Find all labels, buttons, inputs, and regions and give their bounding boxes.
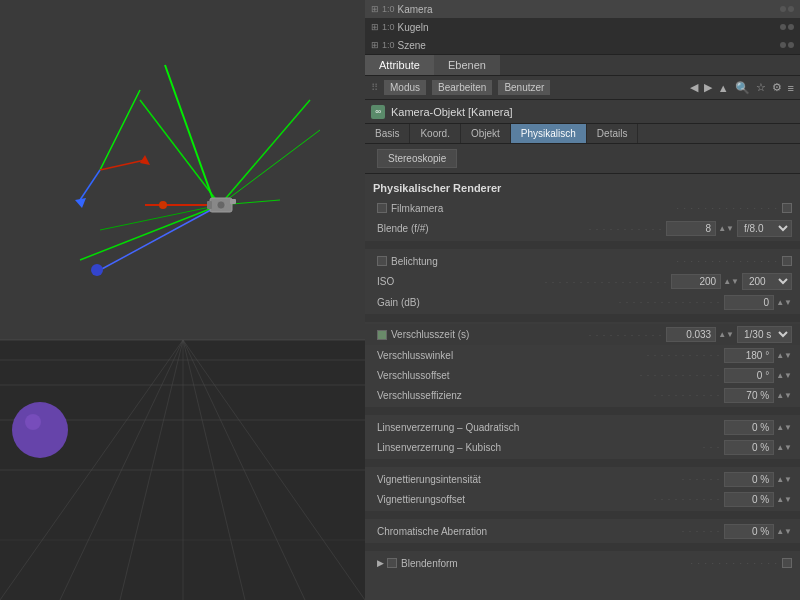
prop-tab-physikalisch[interactable]: Physikalisch	[511, 124, 587, 143]
iso-dots: · · · · · · · · · · · · · · · · · ·	[545, 277, 668, 287]
vign-int-input[interactable]	[724, 472, 774, 487]
prop-row-belichtung[interactable]: Belichtung · · · · · · · · · · · · · · ·	[365, 251, 800, 271]
prop-row-linsen-kub[interactable]: Linsenverzerrung – Kubisch · · · ▲▼	[365, 437, 800, 457]
prop-tab-koord[interactable]: Koord.	[410, 124, 460, 143]
arrow-right-icon[interactable]: ▶	[704, 81, 712, 94]
prop-row-verschlusseffizienz[interactable]: Verschlusseffizienz · · · · · · · · · · …	[365, 385, 800, 405]
belichtung-dots: · · · · · · · · · · · · · · ·	[676, 256, 778, 266]
svg-rect-27	[230, 199, 236, 204]
prop-row-verschlussoffset[interactable]: Verschlussoffset · · · · · · · · · · · ·…	[365, 365, 800, 385]
prop-row-verschlusswinkel[interactable]: Verschlusswinkel · · · · · · · · · · · ▲…	[365, 345, 800, 365]
scene-item-kugeln[interactable]: ⊞ 1:0 Kugeln	[365, 18, 800, 36]
prop-row-iso[interactable]: ISO · · · · · · · · · · · · · · · · · · …	[365, 271, 800, 292]
3d-viewport[interactable]	[0, 0, 365, 600]
verschlusswinkel-input[interactable]	[724, 348, 774, 363]
divider-6	[365, 543, 800, 551]
vign-off-arrows[interactable]: ▲▼	[776, 495, 792, 504]
tab-attribute[interactable]: Attribute	[365, 55, 434, 75]
belichtung-value-checkbox[interactable]	[782, 256, 792, 266]
iso-arrows[interactable]: ▲▼	[723, 277, 739, 286]
verschlusswinkel-label: Verschlusswinkel	[377, 350, 643, 361]
verschlusszeit-select[interactable]: 1/30 s	[737, 326, 792, 343]
arrow-left-icon[interactable]: ◀	[690, 81, 698, 94]
prop-tab-basis[interactable]: Basis	[365, 124, 410, 143]
chrom-input[interactable]	[724, 524, 774, 539]
blendenform-checkbox[interactable]	[387, 558, 397, 568]
scene-item-szene-label: Szene	[398, 40, 426, 51]
blende-input[interactable]	[666, 221, 716, 236]
verschlusszeit-toggle[interactable]	[377, 330, 387, 340]
blende-arrows[interactable]: ▲▼	[718, 224, 734, 233]
blendenform-label: Blendenform	[401, 558, 686, 569]
verschlusswinkel-arrows[interactable]: ▲▼	[776, 351, 792, 360]
search-icon[interactable]: 🔍	[735, 81, 750, 95]
verschlusszeit-input[interactable]	[666, 327, 716, 342]
prop-tab-objekt[interactable]: Objekt	[461, 124, 511, 143]
tab-ebenen[interactable]: Ebenen	[434, 55, 500, 75]
blendenform-value-checkbox[interactable]	[782, 558, 792, 568]
filmkamera-dots: · · · · · · · · · · · · · · ·	[676, 203, 778, 213]
modus-button[interactable]: Modus	[384, 80, 426, 95]
bookmark-icon[interactable]: ☆	[756, 81, 766, 94]
blendenform-toggle-icon[interactable]: ▶	[377, 558, 384, 568]
prop-row-verschlusszeit[interactable]: Verschlusszeit (s) · · · · · · · · · · ·…	[365, 324, 800, 345]
gain-label: Gain (dB)	[377, 297, 615, 308]
belichtung-checkbox[interactable]	[377, 256, 387, 266]
prop-row-vign-int[interactable]: Vignettierungsintensität · · · · · · ▲▼	[365, 469, 800, 489]
settings-icon[interactable]: ⚙	[772, 81, 782, 94]
prop-row-filmkamera[interactable]: Filmkamera · · · · · · · · · · · · · · ·	[365, 198, 800, 218]
object-title: Kamera-Objekt [Kamera]	[391, 106, 513, 118]
up-icon[interactable]: ▲	[718, 82, 729, 94]
gain-arrows[interactable]: ▲▼	[776, 298, 792, 307]
iso-select[interactable]: 200	[742, 273, 792, 290]
prop-tab-details[interactable]: Details	[587, 124, 639, 143]
scene-item-kugeln-label: Kugeln	[398, 22, 429, 33]
bearbeiten-button[interactable]: Bearbeiten	[432, 80, 492, 95]
toolbar-grid-icon: ⠿	[371, 82, 378, 93]
stereoskopie-button[interactable]: Stereoskopie	[377, 149, 457, 168]
filmkamera-value-checkbox[interactable]	[782, 203, 792, 213]
prop-row-gain[interactable]: Gain (dB) · · · · · · · · · · · · · · · …	[365, 292, 800, 312]
verschlussoffset-input[interactable]	[724, 368, 774, 383]
vign-int-dots: · · · · · ·	[682, 474, 721, 484]
linsen-kub-input[interactable]	[724, 440, 774, 455]
blende-select[interactable]: f/8.0	[737, 220, 792, 237]
prop-row-chrom[interactable]: Chromatische Aberration · · · · · · ▲▼	[365, 521, 800, 541]
linsen-kub-dots: · · ·	[703, 442, 721, 452]
verschlusswinkel-dots: · · · · · · · · · · ·	[647, 350, 721, 360]
right-panel: ⊞ 1:0 Kamera ⊞ 1:0 Kugeln ⊞ 1:0 Szene At…	[365, 0, 800, 600]
verschlusszeit-arrows[interactable]: ▲▼	[718, 330, 734, 339]
iso-input[interactable]	[671, 274, 721, 289]
divider-4	[365, 459, 800, 467]
scene-list: ⊞ 1:0 Kamera ⊞ 1:0 Kugeln ⊞ 1:0 Szene	[365, 0, 800, 55]
blendenform-dots: · · · · · · · · · · · · ·	[690, 558, 778, 568]
more-icon[interactable]: ≡	[788, 82, 794, 94]
vign-off-label: Vignettierungsoffset	[377, 494, 650, 505]
linsen-quad-input[interactable]	[724, 420, 774, 435]
linsen-quad-arrows[interactable]: ▲▼	[776, 423, 792, 432]
verschlusseffizienz-arrows[interactable]: ▲▼	[776, 391, 792, 400]
svg-point-29	[91, 264, 103, 276]
scene-item-kamera[interactable]: ⊞ 1:0 Kamera	[365, 0, 800, 18]
verschlusseffizienz-input[interactable]	[724, 388, 774, 403]
filmkamera-checkbox[interactable]	[377, 203, 387, 213]
prop-row-linsen-quad[interactable]: Linsenverzerrung – Quadratisch ▲▼	[365, 417, 800, 437]
object-icon: ∞	[371, 105, 385, 119]
vign-off-dots: · · · · · · · · · ·	[654, 494, 721, 504]
linsen-kub-label: Linsenverzerrung – Kubisch	[377, 442, 699, 453]
linsen-kub-arrows[interactable]: ▲▼	[776, 443, 792, 452]
divider-5	[365, 511, 800, 519]
verschlusseffizienz-dots: · · · · · · · · · ·	[654, 390, 721, 400]
prop-row-vign-off[interactable]: Vignettierungsoffset · · · · · · · · · ·…	[365, 489, 800, 509]
gain-input[interactable]	[724, 295, 774, 310]
verschlusseffizienz-label: Verschlusseffizienz	[377, 390, 650, 401]
prop-row-blendenform[interactable]: ▶ Blendenform · · · · · · · · · · · · ·	[365, 553, 800, 573]
vign-off-input[interactable]	[724, 492, 774, 507]
chrom-arrows[interactable]: ▲▼	[776, 527, 792, 536]
prop-row-blende[interactable]: Blende (f/#) · · · · · · · · · · · ▲▼ f/…	[365, 218, 800, 239]
scene-item-szene[interactable]: ⊞ 1:0 Szene	[365, 36, 800, 54]
benutzer-button[interactable]: Benutzer	[498, 80, 550, 95]
vign-int-arrows[interactable]: ▲▼	[776, 475, 792, 484]
svg-point-31	[25, 414, 41, 430]
verschlussoffset-arrows[interactable]: ▲▼	[776, 371, 792, 380]
